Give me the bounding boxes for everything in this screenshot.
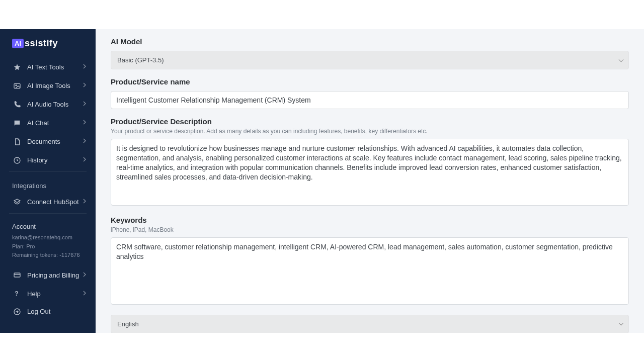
chevron-right-icon xyxy=(80,155,89,165)
account-heading: Account xyxy=(12,223,84,230)
chevron-right-icon xyxy=(80,118,89,128)
sidebar-item-label: Connect HubSpot xyxy=(27,198,80,206)
ai-model-select[interactable]: Basic (GPT-3.5) xyxy=(111,51,629,69)
product-name-block: Product/Service name xyxy=(111,77,629,109)
chat-icon xyxy=(12,119,22,127)
svg-point-1 xyxy=(16,84,17,85)
sidebar-item-label: Log Out xyxy=(27,308,89,315)
card-icon xyxy=(12,271,22,279)
logout-icon xyxy=(12,308,22,316)
document-icon xyxy=(12,138,22,146)
sidebar-item-ai-audio-tools[interactable]: AI Audio Tools xyxy=(0,95,96,114)
svg-text:?: ? xyxy=(15,290,18,297)
main-content: AI Model Basic (GPT-3.5) Product/Service… xyxy=(96,29,644,333)
account-email: karina@resonatehq.com xyxy=(12,233,84,242)
language-select[interactable]: English xyxy=(111,315,629,333)
product-name-label: Product/Service name xyxy=(111,77,629,86)
logo-text: ssistify xyxy=(25,38,58,49)
question-icon: ? xyxy=(12,290,22,298)
sidebar-item-label: AI Text Tools xyxy=(27,63,80,71)
ai-model-label: AI Model xyxy=(111,37,629,46)
product-description-textarea[interactable] xyxy=(111,139,629,206)
account-tokens: Remaining tokens: -117676 xyxy=(12,251,84,260)
sidebar-item-label: AI Image Tools xyxy=(27,82,80,89)
sidebar-item-label: Help xyxy=(27,290,80,298)
ai-model-block: AI Model Basic (GPT-3.5) xyxy=(111,37,629,69)
sidebar-item-documents[interactable]: Documents xyxy=(0,132,96,151)
sidebar-item-logout[interactable]: Log Out xyxy=(0,303,96,320)
svg-rect-3 xyxy=(14,273,20,277)
sidebar-item-label: Documents xyxy=(27,138,80,145)
chevron-right-icon xyxy=(80,137,89,146)
sidebar-item-label: AI Chat xyxy=(27,119,80,127)
integrations-heading: Integrations xyxy=(0,174,96,193)
logo: AI ssistify xyxy=(0,35,96,58)
divider xyxy=(9,213,87,214)
svg-rect-0 xyxy=(14,83,20,88)
sidebar-item-help[interactable]: ? Help xyxy=(0,285,96,303)
account-block: Account karina@resonatehq.com Plan: Pro … xyxy=(0,216,96,263)
divider xyxy=(9,171,87,172)
sidebar-item-label: AI Audio Tools xyxy=(27,101,80,108)
sidebar-item-history[interactable]: History xyxy=(0,151,96,169)
keywords-label: Keywords xyxy=(111,216,629,224)
sidebar-item-pricing-billing[interactable]: Pricing and Billing xyxy=(0,266,96,285)
chevron-right-icon xyxy=(80,270,89,280)
keywords-block: Keywords iPhone, iPad, MacBook xyxy=(111,216,629,306)
sidebar-item-label: History xyxy=(27,156,80,164)
layers-icon xyxy=(12,198,22,206)
chevron-right-icon xyxy=(80,289,89,299)
star-icon xyxy=(12,63,22,71)
logo-badge: AI xyxy=(12,39,24,48)
product-description-label: Product/Service Description xyxy=(111,117,629,126)
chevron-right-icon xyxy=(80,100,89,109)
chevron-right-icon xyxy=(80,81,89,90)
chevron-right-icon xyxy=(80,197,89,207)
keywords-textarea[interactable] xyxy=(111,237,629,304)
clock-icon xyxy=(12,156,22,164)
app-root: AI ssistify AI Text Tools AI Image Tools xyxy=(0,29,644,362)
sidebar-item-ai-chat[interactable]: AI Chat xyxy=(0,114,96,132)
sidebar-item-label: Pricing and Billing xyxy=(27,272,80,279)
account-plan: Plan: Pro xyxy=(12,242,84,251)
phone-icon xyxy=(12,101,22,109)
chevron-right-icon xyxy=(80,62,89,72)
sidebar-item-ai-text-tools[interactable]: AI Text Tools xyxy=(0,58,96,76)
sidebar-item-ai-image-tools[interactable]: AI Image Tools xyxy=(0,76,96,95)
product-name-input[interactable] xyxy=(111,91,629,109)
sidebar-item-connect-hubspot[interactable]: Connect HubSpot xyxy=(0,193,96,211)
product-description-hint: Your product or service description. Add… xyxy=(111,128,629,135)
image-icon xyxy=(12,82,22,90)
language-block: English xyxy=(111,315,629,333)
keywords-hint: iPhone, iPad, MacBook xyxy=(111,226,629,233)
product-description-block: Product/Service Description Your product… xyxy=(111,117,629,208)
sidebar: AI ssistify AI Text Tools AI Image Tools xyxy=(0,29,96,333)
